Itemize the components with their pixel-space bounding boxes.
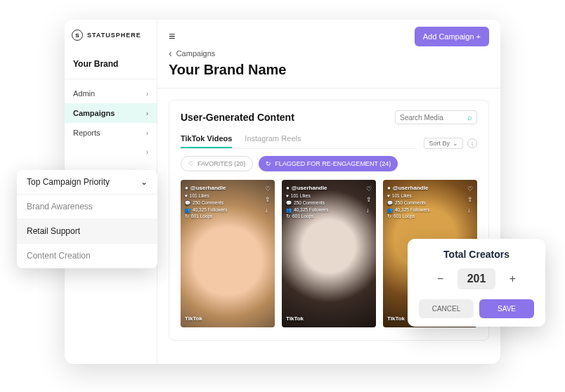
tab-instagram-reels[interactable]: Instagram Reels bbox=[245, 134, 301, 148]
comment-icon: 💬 bbox=[387, 200, 393, 207]
tabs: TikTok Videos Instagram Reels bbox=[181, 134, 417, 149]
divider bbox=[65, 79, 157, 79]
save-button[interactable]: SAVE bbox=[479, 299, 534, 318]
dropdown-title: Top Campaign Priority bbox=[27, 177, 110, 187]
user-icon: ● bbox=[286, 184, 290, 192]
counter-title: Total Creators bbox=[419, 249, 534, 260]
chip-label: FAVORITES (20) bbox=[197, 160, 245, 167]
chevron-right-icon: › bbox=[146, 110, 148, 117]
search-box[interactable]: ⌕ bbox=[395, 110, 477, 124]
thumbnail-actions: ♡ ⇪ ↓ bbox=[467, 185, 473, 214]
loop-icon: ↻ bbox=[286, 213, 290, 220]
comment-icon: 💬 bbox=[286, 200, 292, 207]
chevron-left-icon: ‹ bbox=[169, 48, 172, 59]
followers-icon: 👥 bbox=[387, 207, 393, 214]
comment-icon: 💬 bbox=[185, 200, 190, 207]
platform-badge: TikTok bbox=[387, 315, 405, 322]
download-icon[interactable]: ↓ bbox=[265, 207, 271, 214]
counter-stepper: − 201 + bbox=[419, 268, 534, 289]
divider bbox=[157, 88, 500, 89]
download-icon[interactable]: ↓ bbox=[467, 207, 473, 214]
dropdown-item-retail-support[interactable]: Retail Support bbox=[17, 219, 157, 244]
heart-icon[interactable]: ♡ bbox=[265, 185, 271, 192]
refresh-icon: ↻ bbox=[266, 160, 271, 167]
heart-icon: ♥ bbox=[185, 192, 188, 200]
dropdown-header[interactable]: Top Campaign Priority ⌄ bbox=[17, 170, 157, 195]
heart-icon[interactable]: ♡ bbox=[467, 185, 473, 192]
topbar: ≡ Add Campaign + bbox=[157, 20, 500, 46]
sidebar-item-placeholder-1[interactable]: › bbox=[65, 143, 157, 162]
panel-header: User-Generated Content ⌕ bbox=[181, 110, 477, 124]
tabs-row: TikTok Videos Instagram Reels Sort By ⌄ … bbox=[181, 134, 477, 149]
tab-tiktok-videos[interactable]: TikTok Videos bbox=[181, 134, 232, 148]
heart-icon[interactable]: ♡ bbox=[366, 185, 372, 192]
dropdown-item-brand-awareness[interactable]: Brand Awareness bbox=[17, 195, 157, 219]
chevron-down-icon: ⌄ bbox=[141, 177, 148, 187]
total-creators-card: Total Creators − 201 + CANCEL SAVE bbox=[408, 239, 545, 327]
panel-title: User-Generated Content bbox=[181, 112, 294, 123]
sidebar-item-admin[interactable]: Admin › bbox=[65, 84, 157, 103]
decrement-button[interactable]: − bbox=[434, 273, 448, 285]
content-thumbnail[interactable]: ●@userhandle ♥101 Likes 💬250 Comments 👥4… bbox=[282, 180, 376, 327]
loop-icon: ↻ bbox=[185, 213, 189, 220]
dropdown-item-content-creation[interactable]: Content Creation bbox=[17, 244, 157, 268]
followers-icon: 👥 bbox=[185, 207, 190, 214]
chip-label: FLAGGED FOR RE-ENGAGEMENT (24) bbox=[275, 160, 391, 167]
followers-icon: 👥 bbox=[286, 207, 292, 214]
handle-text: @userhandle bbox=[190, 184, 226, 192]
hamburger-icon[interactable]: ≡ bbox=[169, 30, 175, 43]
thumbnail-actions: ♡ ⇪ ↓ bbox=[366, 185, 372, 214]
thumbnail-meta: ●@userhandle ♥101 Likes 💬250 Comments 👥4… bbox=[185, 184, 271, 220]
share-icon[interactable]: ⇪ bbox=[265, 196, 271, 203]
user-icon: ● bbox=[185, 184, 188, 192]
sort-dropdown[interactable]: Sort By ⌄ bbox=[424, 138, 463, 149]
filter-chips: ♡ FAVORITES (20) ↻ FLAGGED FOR RE-ENGAGE… bbox=[181, 156, 477, 171]
chevron-right-icon: › bbox=[146, 129, 148, 137]
handle-text: @userhandle bbox=[393, 184, 428, 192]
add-campaign-button[interactable]: Add Campaign + bbox=[415, 27, 489, 46]
cancel-button[interactable]: CANCEL bbox=[419, 299, 474, 318]
thumbnail-meta: ●@userhandle ♥101 Likes 💬250 Comments 👥4… bbox=[387, 184, 473, 220]
logo-mark-icon: S bbox=[72, 30, 83, 41]
counter-value: 201 bbox=[457, 268, 496, 289]
sort-controls: Sort By ⌄ ↓ bbox=[424, 138, 477, 149]
search-icon: ⌕ bbox=[467, 113, 472, 122]
sidebar-item-campaigns[interactable]: Campaigns › bbox=[65, 103, 157, 123]
logo-text: STATUSPHERE bbox=[87, 32, 141, 39]
counter-actions: CANCEL SAVE bbox=[419, 299, 534, 318]
brand-title: Your Brand bbox=[65, 56, 157, 79]
platform-badge: TikTok bbox=[286, 315, 304, 322]
handle-text: @userhandle bbox=[292, 184, 327, 192]
share-icon[interactable]: ⇪ bbox=[366, 196, 372, 203]
sort-label: Sort By bbox=[429, 140, 450, 147]
priority-dropdown: Top Campaign Priority ⌄ Brand Awareness … bbox=[17, 170, 157, 268]
breadcrumb-label: Campaigns bbox=[176, 49, 216, 58]
search-input[interactable] bbox=[400, 114, 463, 122]
chip-favorites[interactable]: ♡ FAVORITES (20) bbox=[181, 156, 253, 171]
increment-button[interactable]: + bbox=[505, 273, 519, 285]
chip-flagged[interactable]: ↻ FLAGGED FOR RE-ENGAGEMENT (24) bbox=[259, 156, 398, 171]
page-title: Your Brand Name bbox=[157, 59, 500, 88]
logo: S STATUSPHERE bbox=[65, 20, 157, 56]
heart-icon: ♥ bbox=[387, 192, 390, 200]
user-icon: ● bbox=[387, 184, 391, 192]
loop-icon: ↻ bbox=[387, 213, 391, 220]
heart-icon: ♡ bbox=[188, 160, 194, 167]
heart-icon: ♥ bbox=[286, 192, 289, 200]
sidebar-item-reports[interactable]: Reports › bbox=[65, 123, 157, 143]
sidebar-item-label: Reports bbox=[73, 129, 100, 137]
share-icon[interactable]: ⇪ bbox=[467, 196, 473, 203]
download-icon[interactable]: ↓ bbox=[467, 138, 477, 148]
thumbnail-actions: ♡ ⇪ ↓ bbox=[265, 185, 271, 214]
content-thumbnail[interactable]: ●@userhandle ♥101 Likes 💬250 Comments 👥4… bbox=[181, 180, 275, 327]
chevron-down-icon: ⌄ bbox=[453, 140, 458, 147]
platform-badge: TikTok bbox=[185, 315, 202, 322]
chevron-right-icon: › bbox=[146, 90, 148, 98]
download-icon[interactable]: ↓ bbox=[366, 207, 372, 214]
sidebar-item-label: Campaigns bbox=[73, 109, 115, 117]
sidebar-item-label: Admin bbox=[73, 89, 95, 98]
breadcrumb[interactable]: ‹ Campaigns bbox=[157, 46, 500, 59]
chevron-right-icon: › bbox=[146, 148, 148, 156]
thumbnail-meta: ●@userhandle ♥101 Likes 💬250 Comments 👥4… bbox=[286, 184, 372, 220]
